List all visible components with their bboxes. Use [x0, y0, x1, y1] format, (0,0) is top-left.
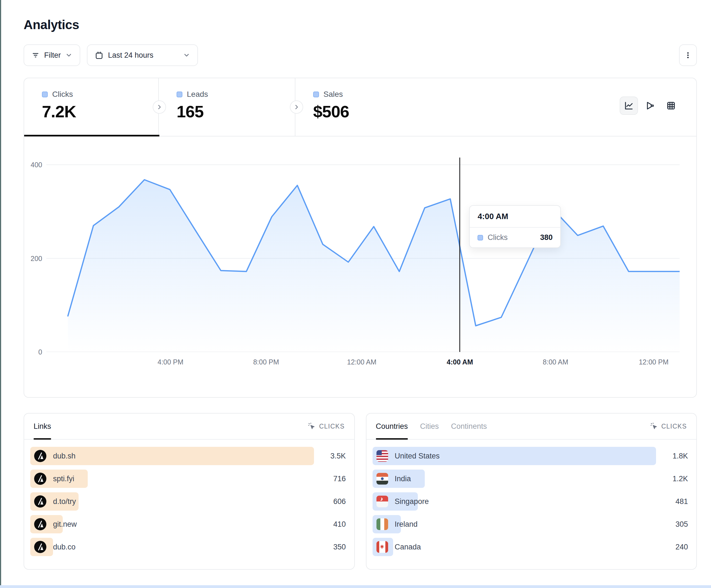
line-chart-toggle-button[interactable]: [620, 96, 638, 115]
link-row[interactable]: d.to/try 606: [30, 492, 346, 511]
x-axis-label: 4:00 AM: [447, 358, 473, 366]
link-label: spti.fyi: [53, 475, 74, 483]
tooltip-time: 4:00 AM: [470, 206, 560, 228]
analytics-chart-card: Clicks 7.2K Leads 165 Sales $506: [24, 78, 697, 398]
country-label: Ireland: [395, 520, 418, 529]
table-view-toggle-button[interactable]: [662, 96, 680, 115]
cursor-click-icon: [308, 423, 316, 430]
tooltip-series-label: Clicks: [488, 233, 508, 242]
country-clicks-value: 240: [656, 543, 688, 551]
chart-tooltip: 4:00 AM Clicks 380: [469, 205, 561, 248]
stat-label: Clicks: [52, 90, 73, 99]
chevron-down-icon: [183, 51, 190, 59]
tab-links[interactable]: Links: [34, 413, 51, 439]
sg-flag-icon: [376, 496, 388, 507]
ca-flag-icon: [376, 541, 388, 553]
links-metric[interactable]: CLICKS: [308, 423, 345, 430]
countries-metric[interactable]: CLICKS: [650, 423, 687, 430]
stat-swatch-icon: [42, 92, 48, 97]
dub-favicon-icon: [34, 473, 46, 485]
tooltip-value: 380: [540, 233, 553, 242]
country-clicks-value: 1.8K: [656, 452, 688, 460]
x-axis-label: 4:00 PM: [158, 358, 184, 366]
link-label: git.new: [53, 520, 77, 529]
stat-tab-leads[interactable]: Leads 165: [159, 78, 295, 136]
country-clicks-value: 481: [656, 497, 688, 506]
y-axis-label: 200: [27, 254, 42, 263]
kebab-menu-icon: [684, 51, 692, 59]
table-grid-icon: [666, 101, 676, 111]
countries-panel-header: Countries Cities Continents CLICKS: [366, 413, 696, 439]
link-row[interactable]: dub.co 350: [30, 538, 346, 556]
links-panel: Links CLICKS dub.sh: [24, 413, 355, 570]
expand-leads-button[interactable]: [153, 100, 166, 114]
links-panel-header: Links CLICKS: [24, 413, 354, 439]
link-clicks-value: 716: [314, 475, 346, 483]
filter-button-label: Filter: [44, 51, 61, 60]
clicks-area-chart[interactable]: [46, 161, 680, 352]
date-range-button[interactable]: Last 24 hours: [87, 44, 198, 66]
stat-value: 165: [177, 102, 295, 121]
link-row[interactable]: spti.fyi 716: [30, 470, 346, 488]
chevron-down-icon: [65, 51, 72, 59]
y-axis-label: 400: [27, 161, 42, 169]
calendar-icon: [95, 51, 104, 60]
active-stat-underline: [24, 135, 159, 136]
expand-sales-button[interactable]: [290, 100, 303, 114]
countries-metric-label: CLICKS: [661, 423, 687, 430]
chart-type-toggle-group: [620, 96, 680, 115]
stat-label: Sales: [323, 90, 343, 99]
country-label: Canada: [395, 543, 421, 551]
links-metric-label: CLICKS: [319, 423, 345, 430]
country-clicks-value: 305: [656, 520, 688, 529]
stat-tab-sales[interactable]: Sales $506: [295, 78, 440, 136]
stat-label: Leads: [187, 90, 208, 99]
x-axis-label: 8:00 AM: [543, 358, 568, 366]
date-range-label: Last 24 hours: [108, 51, 153, 60]
chart-area[interactable]: 4:00 AM Clicks 380 0200400 4:00 PM8:00 P…: [24, 161, 696, 372]
link-label: d.to/try: [53, 497, 76, 506]
link-row[interactable]: dub.sh 3.5K: [30, 447, 346, 465]
dub-favicon-icon: [34, 450, 46, 462]
country-row[interactable]: Ireland 305: [372, 515, 688, 533]
country-row[interactable]: Canada 240: [372, 538, 688, 556]
y-axis-label: 0: [27, 348, 42, 356]
countries-panel: Countries Cities Continents CLICKS: [366, 413, 697, 570]
tab-cities[interactable]: Cities: [420, 413, 439, 439]
clicks-series-swatch: [477, 235, 483, 241]
funnel-chart-icon: [645, 101, 655, 111]
in-flag-icon: [376, 473, 388, 484]
cursor-click-icon: [650, 423, 658, 430]
filter-button[interactable]: Filter: [24, 44, 80, 66]
link-clicks-value: 3.5K: [314, 452, 346, 460]
link-label: dub.sh: [53, 452, 76, 460]
toolbar: Filter Last 24 hours: [24, 44, 697, 66]
country-row[interactable]: India 1.2K: [372, 470, 688, 488]
country-row[interactable]: Singapore 481: [372, 492, 688, 511]
country-clicks-value: 1.2K: [656, 475, 688, 483]
dub-favicon-icon: [34, 541, 46, 553]
line-chart-icon: [624, 101, 634, 111]
country-label: Singapore: [395, 497, 429, 506]
us-flag-icon: [376, 450, 388, 462]
chart-hover-rule: [459, 158, 460, 352]
link-row[interactable]: git.new 410: [30, 515, 346, 533]
x-axis-labels: 4:00 PM8:00 PM12:00 AM4:00 AM8:00 AM12:0…: [46, 358, 680, 372]
link-label: dub.co: [53, 543, 76, 551]
more-options-button[interactable]: [679, 44, 697, 66]
country-row[interactable]: United States 1.8K: [372, 447, 688, 465]
stats-tabs-row: Clicks 7.2K Leads 165 Sales $506: [24, 78, 696, 136]
ie-flag-icon: [376, 518, 388, 530]
country-label: India: [395, 475, 411, 483]
funnel-chart-toggle-button[interactable]: [641, 96, 659, 115]
dub-favicon-icon: [34, 495, 46, 507]
tab-countries[interactable]: Countries: [376, 413, 408, 439]
link-clicks-value: 606: [314, 497, 346, 506]
stat-tab-clicks[interactable]: Clicks 7.2K: [24, 78, 159, 136]
analytics-page: Analytics Filter Last 24 hours: [24, 0, 697, 570]
filter-icon: [31, 51, 40, 59]
stat-value: $506: [313, 102, 440, 121]
stat-swatch-icon: [313, 92, 319, 97]
x-axis-label: 12:00 PM: [639, 358, 669, 366]
tab-continents[interactable]: Continents: [451, 413, 487, 439]
